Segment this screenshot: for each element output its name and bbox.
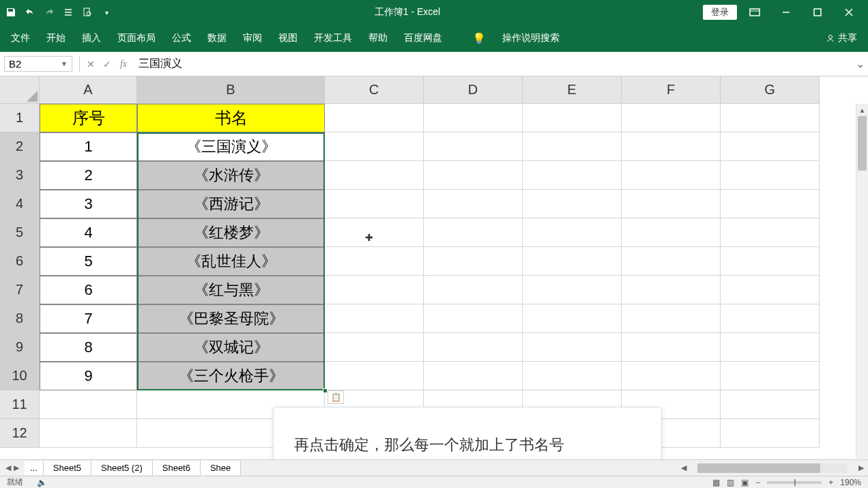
cell[interactable] — [40, 419, 137, 448]
row-header[interactable]: 11 — [0, 390, 40, 419]
cell-a1[interactable]: 序号 — [40, 104, 137, 132]
hscroll-left-icon[interactable]: ◀ — [677, 463, 691, 472]
zoom-level[interactable]: 190% — [840, 478, 861, 487]
tab-insert[interactable]: 插入 — [82, 32, 101, 44]
row-header[interactable]: 10 — [0, 362, 40, 390]
view-break-icon[interactable]: ▣ — [741, 478, 749, 487]
accessibility-icon[interactable]: 🔈 — [37, 478, 47, 487]
cell[interactable] — [424, 276, 523, 304]
cell[interactable] — [622, 333, 721, 362]
undo-icon[interactable] — [25, 7, 35, 18]
cell[interactable] — [523, 362, 622, 390]
cell[interactable] — [424, 333, 523, 362]
row-header[interactable]: 8 — [0, 304, 40, 333]
row-header[interactable]: 4 — [0, 190, 40, 218]
cell-a5[interactable]: 4 — [40, 218, 137, 247]
sheet-tab[interactable]: Sheet6 — [153, 461, 201, 475]
ribbon-display-icon[interactable] — [741, 3, 768, 22]
sheet-tab[interactable]: Sheet5 (2) — [91, 461, 153, 475]
cell-a7[interactable]: 6 — [40, 276, 137, 304]
cell-b8[interactable]: 《巴黎圣母院》 — [137, 304, 325, 333]
name-box-dropdown-icon[interactable]: ▼ — [61, 60, 68, 68]
paste-options-icon[interactable]: 📋 — [328, 390, 344, 404]
tab-data[interactable]: 数据 — [207, 32, 227, 44]
redo-icon[interactable] — [44, 7, 55, 18]
cell-a6[interactable]: 5 — [40, 247, 137, 276]
col-header-e[interactable]: E — [523, 76, 622, 104]
sheet-tab[interactable]: Sheet5 — [44, 461, 91, 475]
cell-a2[interactable]: 1 — [40, 132, 137, 161]
cell[interactable] — [325, 333, 424, 362]
cell[interactable] — [721, 390, 820, 419]
cell[interactable] — [325, 104, 424, 132]
tell-me-search[interactable]: 操作说明搜索 — [502, 32, 560, 44]
tab-dev[interactable]: 开发工具 — [314, 32, 352, 44]
cell[interactable] — [424, 218, 523, 247]
hscroll-right-icon[interactable]: ▶ — [854, 463, 868, 472]
hscroll-thumb[interactable] — [697, 463, 820, 473]
tab-formulas[interactable]: 公式 — [172, 32, 191, 44]
minimize-icon[interactable] — [772, 3, 800, 22]
cell[interactable] — [325, 218, 424, 247]
cell[interactable] — [523, 247, 622, 276]
cell[interactable] — [424, 190, 523, 218]
cell-b2[interactable]: 《三国演义》 — [137, 132, 325, 161]
cell[interactable] — [721, 104, 820, 132]
cell[interactable] — [721, 161, 820, 190]
tab-help[interactable]: 帮助 — [368, 32, 388, 44]
vertical-scrollbar[interactable]: ▲ — [856, 104, 868, 459]
cell-b7[interactable]: 《红与黑》 — [137, 276, 325, 304]
formula-input[interactable] — [132, 58, 852, 70]
cell-a8[interactable]: 7 — [40, 304, 137, 333]
cell[interactable] — [523, 190, 622, 218]
col-header-g[interactable]: G — [721, 76, 820, 104]
cell[interactable] — [424, 104, 523, 132]
col-header-c[interactable]: C — [325, 76, 424, 104]
cell[interactable] — [523, 276, 622, 304]
tab-home[interactable]: 开始 — [46, 32, 66, 44]
tab-file[interactable]: 文件 — [11, 32, 30, 44]
row-header[interactable]: 5 — [0, 218, 40, 247]
cell[interactable] — [325, 304, 424, 333]
select-all-corner[interactable] — [0, 76, 40, 104]
zoom-slider[interactable] — [767, 481, 822, 484]
row-header[interactable]: 3 — [0, 161, 40, 190]
tab-layout[interactable]: 页面布局 — [117, 32, 156, 44]
horizontal-scrollbar[interactable] — [697, 463, 848, 473]
close-icon[interactable] — [835, 3, 863, 22]
col-header-d[interactable]: D — [424, 76, 523, 104]
name-box[interactable]: B2 ▼ — [4, 56, 72, 72]
formula-expand-icon[interactable]: ⌄ — [852, 57, 868, 70]
cell-a3[interactable]: 2 — [40, 161, 137, 190]
cell[interactable] — [622, 218, 721, 247]
tab-next-icon[interactable]: ▶ — [14, 463, 19, 472]
cell[interactable] — [721, 276, 820, 304]
view-normal-icon[interactable]: ▦ — [712, 478, 720, 487]
row-header[interactable]: 9 — [0, 333, 40, 362]
sheet-tab[interactable]: Shee — [201, 461, 241, 475]
cell[interactable] — [622, 104, 721, 132]
cell[interactable] — [721, 362, 820, 390]
fill-handle[interactable] — [323, 388, 328, 393]
cell[interactable] — [523, 218, 622, 247]
cell[interactable] — [721, 190, 820, 218]
row-header[interactable]: 2 — [0, 132, 40, 161]
tab-prev-icon[interactable]: ◀ — [5, 463, 11, 472]
col-header-f[interactable]: F — [622, 76, 721, 104]
cell[interactable] — [622, 247, 721, 276]
zoom-in-icon[interactable]: + — [828, 478, 833, 487]
row-header[interactable]: 12 — [0, 419, 40, 448]
cell-b5[interactable]: 《红楼梦》 — [137, 218, 325, 247]
cell-b1[interactable]: 书名 — [137, 104, 325, 132]
cell[interactable] — [622, 276, 721, 304]
cell-b3[interactable]: 《水浒传》 — [137, 161, 325, 190]
cell[interactable] — [424, 132, 523, 161]
cell[interactable] — [622, 132, 721, 161]
cell[interactable] — [523, 132, 622, 161]
cell-b6[interactable]: 《乱世佳人》 — [137, 247, 325, 276]
tab-view[interactable]: 视图 — [278, 32, 298, 44]
cell-a10[interactable]: 9 — [40, 362, 137, 390]
scroll-up-icon[interactable]: ▲ — [856, 104, 868, 116]
qat-dropdown-icon[interactable]: ▾ — [101, 7, 112, 18]
cell[interactable] — [721, 333, 820, 362]
